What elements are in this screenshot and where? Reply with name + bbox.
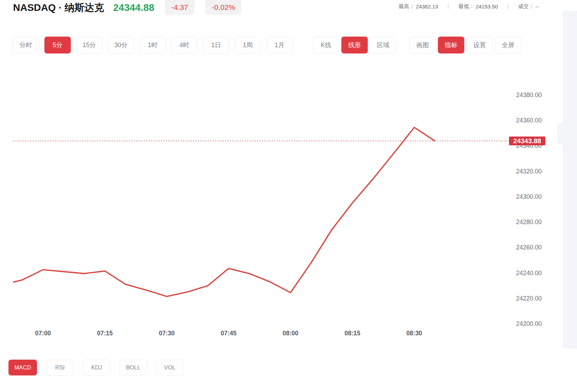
x-axis-tick-label: 08:30 — [407, 330, 422, 337]
x-axis-tick-label: 07:15 — [97, 330, 113, 337]
indicator-button-vol[interactable]: VOL — [156, 360, 184, 375]
x-axis-tick-label: 08:00 — [283, 330, 298, 337]
right-panel-rail — [563, 11, 577, 348]
plot-area — [2, 127, 509, 296]
price-line-chart[interactable]: 24380.0024360.0024340.0024320.0024300.00… — [0, 0, 577, 392]
indicator-toolbar: MACDRSIKDJBOLLVOL — [8, 360, 184, 375]
y-axis-tick-label: 24280.00 — [516, 219, 542, 226]
indicator-button-boll[interactable]: BOLL — [119, 360, 147, 375]
y-axis-tick-label: 24360.00 — [516, 117, 542, 124]
x-axis-tick-label: 07:30 — [159, 330, 175, 337]
y-axis-tick-label: 24220.00 — [516, 295, 542, 302]
price-line-series — [2, 127, 435, 296]
x-axis-tick-label: 07:00 — [35, 330, 51, 337]
indicator-button-rsi[interactable]: RSI — [46, 360, 74, 375]
indicator-button-macd[interactable]: MACD — [8, 360, 37, 375]
panel-expand-handle[interactable] — [557, 123, 563, 145]
y-axis-tick-label: 24240.00 — [516, 270, 542, 277]
indicator-button-kdj[interactable]: KDJ — [83, 360, 110, 375]
y-axis-tick-label: 24320.00 — [516, 168, 542, 175]
x-axis-tick-label: 07:45 — [221, 330, 237, 337]
x-axis-tick-label: 08:15 — [345, 330, 360, 337]
y-axis-tick-label: 24200.00 — [516, 320, 542, 327]
y-axis-tick-label: 24260.00 — [516, 244, 542, 251]
y-axis-tick-label: 24380.00 — [516, 91, 542, 99]
current-price-badge-label: 24343.88 — [513, 137, 541, 145]
y-axis-tick-label: 24300.00 — [516, 193, 542, 200]
